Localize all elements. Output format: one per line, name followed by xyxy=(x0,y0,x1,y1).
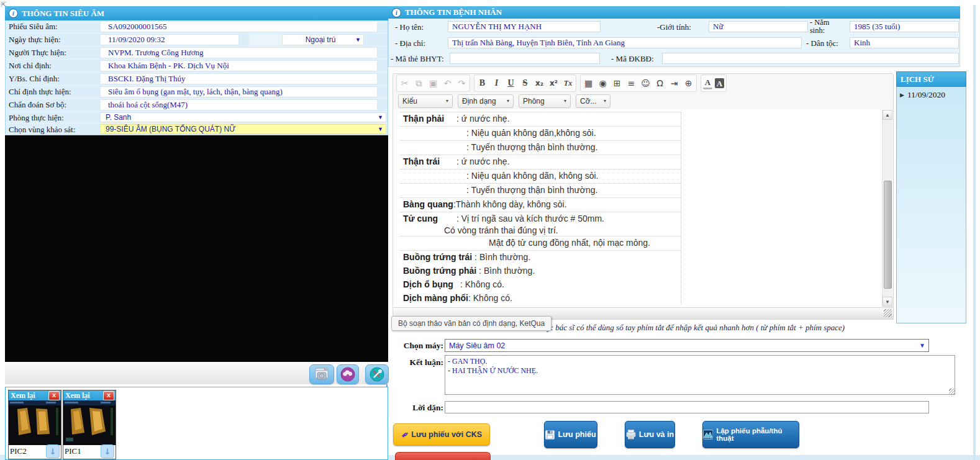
patient-info-panel: i THÔNG TIN BỆNH NHÂN - Họ tên: -Giới tí… xyxy=(388,6,960,67)
copy-icon: ⧉ xyxy=(412,76,426,91)
conclusion-resize-grip[interactable] xyxy=(949,389,955,394)
advice-label: Lời dặn: xyxy=(396,403,443,413)
capture-image-button[interactable] xyxy=(309,364,334,384)
report-row: : Niệu quản không dãn,không sỏi. xyxy=(401,127,681,141)
pre-diagnosis-input[interactable] xyxy=(100,99,378,110)
size-dropdown[interactable]: Cỡ...▾ xyxy=(576,94,610,108)
subscript-icon[interactable]: x₂ xyxy=(532,76,547,91)
superscript-icon[interactable]: x² xyxy=(547,76,561,91)
thumbnail-header[interactable]: Xem lại X xyxy=(9,390,61,400)
underline-icon[interactable]: U xyxy=(504,76,518,91)
address-input[interactable] xyxy=(448,37,802,48)
address-label: - Địa chỉ: xyxy=(395,38,425,48)
download-arrow-icon[interactable]: ↓ xyxy=(46,444,60,458)
history-item[interactable]: ▶ 11/09/2020 xyxy=(897,87,966,100)
pre-diagnosis-label: Chẩn đoán Sơ bộ: xyxy=(6,99,100,111)
finding-text: : Tuyến thượng thận bình thường. xyxy=(466,185,597,195)
thumbnail-header[interactable]: Xem lại X xyxy=(63,390,116,400)
ethnic-input[interactable] xyxy=(850,37,959,48)
order-doctor-input[interactable] xyxy=(100,73,378,84)
create-surgery-form-label: Lập phiếu phẫu/thủ thuật xyxy=(716,427,799,442)
form-row-room: Phòng thực hiện: P. Sanh ▼ xyxy=(6,112,388,124)
organ-label: Thận trái xyxy=(403,156,456,166)
tree-arrow-icon[interactable]: ▶ xyxy=(900,92,904,98)
camera-window-icon xyxy=(314,368,329,381)
remove-format-icon[interactable]: Tx xyxy=(561,76,575,91)
cut-icon: ✂ xyxy=(397,76,412,91)
form-row-region: Chọn vùng khảo sát: 99-SIÊU ÂM (BỤNG TỔN… xyxy=(6,124,388,135)
close-icon[interactable]: X xyxy=(48,391,60,400)
flash-icon[interactable]: ◉ xyxy=(596,76,610,91)
bg-color-icon[interactable]: A xyxy=(715,78,724,88)
ultrasound-app: ⇱ i THÔNG TIN SIÊU ÂM Phiếu Siêu âm: Ngà… xyxy=(0,0,980,460)
scroll-up-arrow[interactable]: ▲ xyxy=(882,110,892,120)
format-dropdown[interactable]: Định dạng▾ xyxy=(458,94,514,108)
room-select[interactable]: P. Sanh ▼ xyxy=(100,112,386,122)
bold-icon[interactable]: B xyxy=(475,76,489,91)
styles-dropdown[interactable]: Kiểu▾ xyxy=(398,94,453,108)
birth-year-label: - Năm sinh: xyxy=(810,19,842,35)
tools-button[interactable] xyxy=(365,364,389,384)
editor-scrollbar[interactable]: ▲ ▼ xyxy=(882,110,892,307)
save-button[interactable]: Lưu phiếu xyxy=(544,421,597,448)
finding-text: : ứ nước nhẹ. xyxy=(456,156,510,166)
scrollbar-thumb[interactable] xyxy=(884,181,892,289)
patient-name-input[interactable] xyxy=(448,21,601,32)
image-icon[interactable]: ▦ xyxy=(581,76,596,91)
chevron-down-icon: ▼ xyxy=(378,114,383,120)
cloud-upload-button[interactable] xyxy=(337,364,359,384)
ultrasound-video-viewport xyxy=(5,135,388,362)
machine-value: Máy Siêu âm 02 xyxy=(449,341,505,350)
finding-text: :Thành không dày, không sỏi. xyxy=(453,199,567,209)
special-char-icon[interactable]: Ω xyxy=(653,76,667,91)
report-row: : Tuyến thượng thận bình thường. xyxy=(401,141,681,155)
text-color-icon[interactable]: A xyxy=(703,78,712,89)
history-list: ▶ 11/09/2020 xyxy=(896,87,966,323)
gender-input[interactable] xyxy=(709,21,808,32)
smiley-icon[interactable]: ☺ xyxy=(638,76,653,91)
red-action-button[interactable] xyxy=(395,452,491,460)
save-and-print-button[interactable]: Lưu và in xyxy=(625,421,675,448)
chart-mountains-icon xyxy=(703,430,713,440)
dkbd-input[interactable] xyxy=(662,53,959,64)
scroll-down-arrow[interactable]: ▼ xyxy=(882,297,892,307)
region-select[interactable]: 99-SIÊU ÂM (BỤNG TỔNG QUÁT) NỮ ▼ xyxy=(100,124,386,134)
performer-input[interactable] xyxy=(100,47,378,58)
region-value: 99-SIÊU ÂM (BỤNG TỔNG QUÁT) NỮ xyxy=(106,125,235,133)
table-icon[interactable]: ⊞ xyxy=(610,76,624,91)
signature-pen-icon: ✒ xyxy=(399,427,412,441)
download-arrow-icon[interactable]: ↓ xyxy=(101,444,114,458)
editor-content[interactable]: Thận phải: ứ nước nhẹ. : Niệu quản không… xyxy=(392,109,894,307)
ultrasound-thumbnail-image[interactable] xyxy=(63,400,116,445)
italic-icon[interactable]: I xyxy=(489,76,504,91)
history-panel: LỊCH SỬ ▶ 11/09/2020 xyxy=(896,71,966,323)
shortcut-note: Chú ý: bác sĩ có thể dùng sổ tay phím tắ… xyxy=(532,323,845,333)
finding-text: Mật độ tử cung đồng nhất, nội mạc mỏng. xyxy=(489,238,650,248)
conclusion-textarea[interactable]: - GAN THỌ. - HAI THẬN Ứ NƯỚC NHẸ. xyxy=(445,355,955,395)
finding-text: : Niệu quản không dãn,không sỏi. xyxy=(466,128,596,138)
ultrasound-thumbnail-image[interactable] xyxy=(9,400,61,445)
save-with-cks-button[interactable]: ✒ Lưu phiếu với CKS xyxy=(393,423,490,446)
ticket-input[interactable] xyxy=(100,21,378,32)
machine-select[interactable]: Máy Siêu âm 02 ▼ xyxy=(445,339,929,352)
font-dropdown[interactable]: Phông▾ xyxy=(519,94,571,108)
bhyt-input[interactable] xyxy=(450,53,600,64)
editor-resize-grip[interactable] xyxy=(884,309,892,317)
toolbar-group: AA xyxy=(701,74,727,92)
advice-input[interactable] xyxy=(445,401,929,413)
thumbnail-view-label: Xem lại xyxy=(65,391,90,400)
order-place-input[interactable] xyxy=(100,60,378,71)
visit-type-select[interactable]: Ngoại trú ▼ xyxy=(282,34,364,45)
strikethrough-icon[interactable]: S xyxy=(518,76,532,91)
report-row: Mật độ tử cung đồng nhất, nội mạc mỏng. xyxy=(401,237,681,251)
order-detail-input[interactable] xyxy=(100,86,378,97)
date-input[interactable] xyxy=(100,34,239,45)
page-break-icon[interactable]: ⇥ xyxy=(667,76,681,91)
undo-icon: ↶ xyxy=(440,76,455,91)
horizontal-rule-icon[interactable]: ≡ xyxy=(624,76,638,91)
birth-year-input[interactable] xyxy=(850,21,959,32)
close-icon[interactable]: X xyxy=(103,391,114,400)
patient-name-label: - Họ tên: xyxy=(395,22,424,32)
iframe-icon[interactable]: ⊕ xyxy=(681,76,696,91)
create-surgery-form-button[interactable]: Lập phiếu phẫu/thủ thuật xyxy=(702,421,799,448)
